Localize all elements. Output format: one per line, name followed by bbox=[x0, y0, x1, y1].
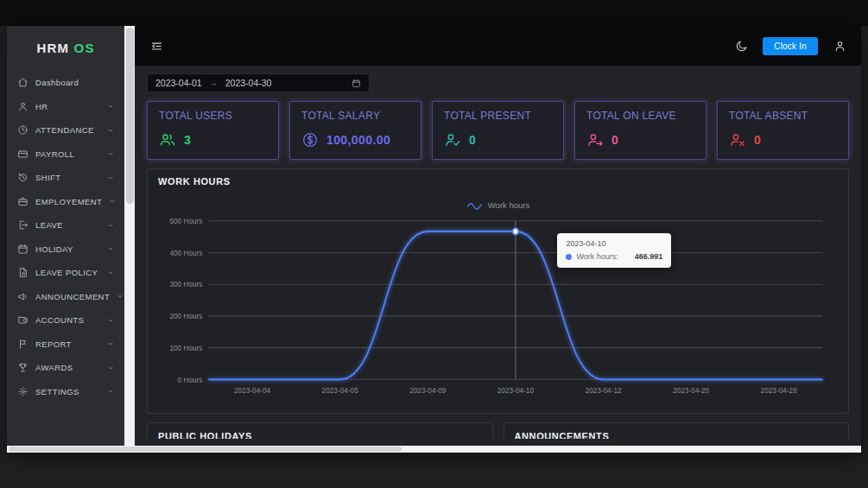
chevron-down-icon bbox=[107, 388, 114, 395]
home-icon bbox=[17, 77, 29, 88]
svg-text:2023-04-28: 2023-04-28 bbox=[761, 386, 797, 396]
announcements-title: ANNOUNCEMENTS bbox=[515, 431, 839, 439]
report-icon bbox=[17, 339, 29, 350]
gear-icon bbox=[17, 386, 29, 397]
desktop-top-strip bbox=[0, 0, 868, 26]
calendar-icon bbox=[17, 244, 29, 255]
sidebar-item-announcement[interactable]: ANNOUNCEMENT bbox=[7, 285, 124, 309]
sidebar-item-payroll[interactable]: PAYROLL bbox=[7, 143, 124, 167]
clock-in-button[interactable]: Clock In bbox=[763, 37, 818, 55]
wallet-icon bbox=[17, 314, 29, 326]
sidebar-item-attendance[interactable]: ATTENDANCE bbox=[7, 118, 124, 143]
chevron-down-icon bbox=[117, 293, 124, 300]
chevron-down-icon bbox=[107, 340, 114, 347]
svg-text:100 Hours: 100 Hours bbox=[169, 343, 203, 352]
sidebar-item-label: ANNOUNCEMENT bbox=[35, 292, 110, 301]
stat-card-value: 100,000.00 bbox=[326, 133, 390, 147]
public-holidays-title: PUBLIC HOLIDAYS bbox=[158, 431, 482, 439]
date-end: 2023-04-30 bbox=[225, 78, 272, 88]
svg-text:500 Hours: 500 Hours bbox=[169, 217, 203, 226]
megaphone-icon bbox=[17, 291, 29, 302]
stat-card-total-absent: TOTAL ABSENT 0 bbox=[717, 101, 849, 160]
svg-text:2023-04-04: 2023-04-04 bbox=[234, 386, 270, 396]
logo-primary: HRM bbox=[36, 41, 69, 55]
svg-text:2023-04-20: 2023-04-20 bbox=[673, 386, 709, 396]
topbar: Clock In bbox=[135, 26, 861, 66]
svg-text:2023-04-09: 2023-04-09 bbox=[409, 386, 446, 396]
sidebar-item-label: ACCOUNTS bbox=[35, 315, 85, 325]
menu-icon bbox=[150, 40, 163, 53]
chart-area[interactable]: 0 Hours100 Hours200 Hours300 Hours400 Ho… bbox=[158, 212, 838, 411]
leave-icon bbox=[17, 219, 29, 231]
sidebar-item-accounts[interactable]: ACCOUNTS bbox=[7, 308, 124, 333]
app-window: HRM OS Dashboard HR ATTENDANCE PAYROLL S… bbox=[7, 26, 861, 453]
document-icon bbox=[17, 267, 29, 278]
date-start: 2023-04-01 bbox=[155, 78, 202, 88]
arrow-right-icon: → bbox=[210, 79, 218, 87]
sidebar-item-settings[interactable]: SETTINGS bbox=[7, 380, 124, 404]
theme-toggle-button[interactable] bbox=[733, 38, 749, 54]
announcements-panel: ANNOUNCEMENTS bbox=[504, 422, 850, 439]
work-hours-card: WORK HOURS Work hours 0 Hours100 Hours20… bbox=[147, 168, 849, 414]
chart-legend[interactable]: Work hours bbox=[158, 200, 838, 210]
sidebar-item-label: REPORT bbox=[35, 339, 72, 349]
svg-text:400 Hours: 400 Hours bbox=[169, 248, 203, 257]
stat-card-title: TOTAL ON LEAVE bbox=[586, 110, 694, 122]
profile-button[interactable] bbox=[832, 38, 847, 54]
sidebar-item-label: LEAVE POLICY bbox=[35, 268, 98, 277]
svg-text:0 Hours: 0 Hours bbox=[178, 375, 203, 384]
calendar-icon bbox=[352, 79, 361, 88]
user-icon bbox=[833, 40, 846, 53]
sidebar-item-employement[interactable]: EMPLOYEMENT bbox=[7, 190, 124, 214]
sidebar-item-dashboard[interactable]: Dashboard bbox=[7, 71, 124, 95]
chevron-down-icon bbox=[107, 222, 114, 229]
chevron-down-icon bbox=[107, 364, 114, 371]
stat-card-value: 0 bbox=[611, 133, 618, 147]
stat-card-title: TOTAL PRESENT bbox=[444, 110, 552, 122]
sidebar-item-leave-policy[interactable]: LEAVE POLICY bbox=[7, 261, 124, 285]
sidebar-toggle-button[interactable] bbox=[149, 38, 164, 54]
date-range-input[interactable]: 2023-04-01 → 2023-04-30 bbox=[147, 73, 370, 92]
bottom-panels: PUBLIC HOLIDAYS ANNOUNCEMENTS bbox=[147, 422, 849, 438]
stat-card-total-salary: TOTAL SALARY 100,000.00 bbox=[289, 101, 421, 160]
sidebar-item-label: EMPLOYEMENT bbox=[35, 197, 102, 206]
horizontal-scrollbar[interactable] bbox=[7, 446, 861, 453]
sidebar-item-report[interactable]: REPORT bbox=[7, 333, 124, 357]
chevron-down-icon bbox=[107, 174, 114, 181]
dashboard-content: 2023-04-01 → 2023-04-30 TOTAL USERS 3 TO… bbox=[135, 66, 861, 446]
sidebar-item-holiday[interactable]: HOLIDAY bbox=[7, 238, 124, 262]
stat-card-total-on-leave: TOTAL ON LEAVE 0 bbox=[574, 101, 706, 160]
work-hours-chart[interactable]: 0 Hours100 Hours200 Hours300 Hours400 Ho… bbox=[158, 212, 838, 411]
sidebar-item-hr[interactable]: HR bbox=[7, 95, 124, 119]
svg-text:2023-04-10: 2023-04-10 bbox=[497, 386, 534, 396]
chevron-down-icon bbox=[107, 269, 114, 276]
user-x-icon bbox=[729, 131, 746, 149]
sidebar-item-label: SETTINGS bbox=[35, 387, 79, 396]
sidebar-item-awards[interactable]: AWARDS bbox=[7, 356, 124, 380]
user-check-icon bbox=[444, 131, 461, 149]
stat-card-value: 3 bbox=[184, 133, 191, 147]
sidebar-scrollbar-thumb[interactable] bbox=[126, 28, 134, 204]
sidebar-item-label: Dashboard bbox=[35, 78, 79, 87]
svg-text:2023-04-05: 2023-04-05 bbox=[322, 386, 358, 396]
credit-card-icon bbox=[17, 149, 29, 160]
chevron-down-icon bbox=[107, 103, 114, 110]
horizontal-scrollbar-thumb[interactable] bbox=[9, 447, 402, 452]
sidebar: HRM OS Dashboard HR ATTENDANCE PAYROLL S… bbox=[7, 26, 124, 446]
sidebar-item-label: HOLIDAY bbox=[35, 244, 73, 254]
sidebar-item-leave[interactable]: LEAVE bbox=[7, 213, 124, 238]
user-icon bbox=[17, 101, 29, 112]
chevron-down-icon bbox=[109, 198, 116, 205]
work-hours-title: WORK HOURS bbox=[158, 176, 838, 187]
users-icon bbox=[159, 131, 176, 149]
stat-card-title: TOTAL USERS bbox=[159, 110, 267, 122]
sidebar-item-label: LEAVE bbox=[35, 220, 63, 230]
sidebar-item-shift[interactable]: SHIFT bbox=[7, 166, 124, 190]
sidebar-nav: Dashboard HR ATTENDANCE PAYROLL SHIFT EM… bbox=[7, 67, 124, 446]
sidebar-item-label: HR bbox=[35, 102, 48, 111]
time-icon bbox=[17, 172, 29, 183]
chevron-down-icon bbox=[107, 245, 114, 252]
stat-card-value: 0 bbox=[469, 133, 476, 147]
sidebar-scrollbar[interactable] bbox=[124, 26, 135, 446]
desktop-background: HRM OS Dashboard HR ATTENDANCE PAYROLL S… bbox=[0, 0, 868, 488]
